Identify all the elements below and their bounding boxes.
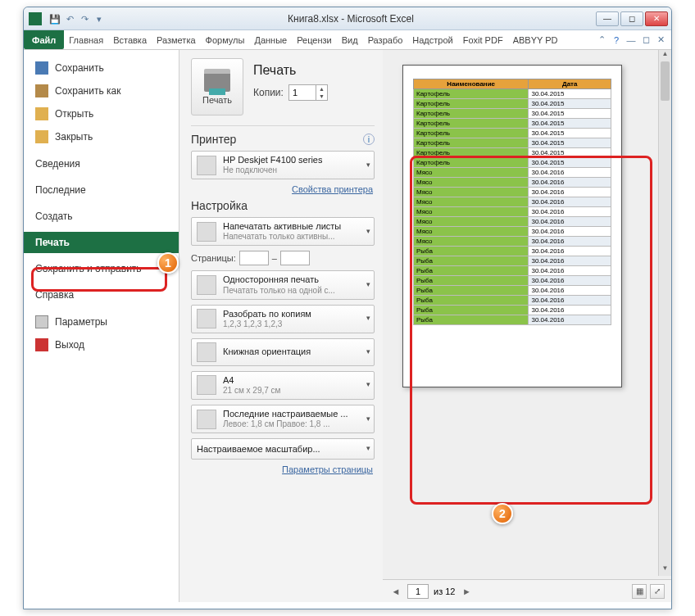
menu-open-label: Открыть [55,108,93,120]
app-window: 💾 ↶ ↷ ▾ Книга8.xlsx - Microsoft Excel — … [23,7,672,609]
page-setup-link[interactable]: Параметры страницы [191,464,373,474]
help-icon[interactable]: ? [611,35,622,45]
menu-close-label: Закрыть [55,131,93,143]
print-button[interactable]: Печать [191,58,243,116]
printer-dropdown[interactable]: HP Deskjet F4100 series Не подключен [191,151,375,179]
ribbon-tab-data[interactable]: Данные [249,30,292,49]
menu-save[interactable]: Сохранить [24,57,179,79]
qat-redo-icon[interactable]: ↷ [78,12,91,25]
menu-share[interactable]: Сохранить и отправить [24,258,179,279]
print-what-dropdown[interactable]: Напечатать активные листы Напечатать тол… [191,217,375,246]
close-button[interactable]: ✕ [645,11,668,26]
printer-icon [204,69,230,92]
ribbon-help-icons: ⌃ ? — ◻ ✕ [596,30,671,49]
print-what-sub: Напечатать только активны... [223,232,341,242]
backstage-menu: Сохранить Сохранить как Открыть Закрыть … [24,50,179,602]
minimize-button[interactable]: — [596,11,619,26]
cell-date: 30.04.2016 [529,227,611,237]
menu-help[interactable]: Справка [24,284,179,306]
scroll-down-icon[interactable]: ▼ [659,564,671,576]
menu-save-as[interactable]: Сохранить как [24,79,179,102]
titlebar: 💾 ↶ ↷ ▾ Книга8.xlsx - Microsoft Excel — … [24,7,671,30]
pages-from-input[interactable] [239,251,269,265]
menu-open[interactable]: Открыть [24,102,179,125]
next-page-button[interactable]: ► [460,587,473,596]
scaling-dropdown[interactable]: Настраиваемое масштабир... [191,438,375,460]
ribbon-tab-view[interactable]: Вид [337,30,363,49]
cell-date: 30.04.2016 [529,296,611,306]
menu-options[interactable]: Параметры [24,310,179,333]
col-date: Дата [529,79,611,89]
copies-spinner[interactable]: ▲▼ [288,84,328,101]
ribbon-minimize-icon[interactable]: ⌃ [596,34,607,45]
qat-save-icon[interactable]: 💾 [48,12,61,25]
ribbon-tab-review[interactable]: Рецензи [292,30,337,49]
margins-dropdown[interactable]: Последние настраиваемые ... Левое: 1,8 с… [191,405,375,433]
ribbon-tabs: Файл Главная Вставка Разметка Формулы Да… [24,30,671,50]
table-row: Рыба30.04.2016 [414,266,611,276]
options-icon [35,315,48,328]
ribbon-tab-layout[interactable]: Разметка [152,30,201,49]
scroll-up-icon[interactable]: ▲ [659,50,671,61]
spin-up-icon[interactable]: ▲ [316,85,327,93]
table-row: Картофель30.04.2015 [414,109,611,119]
ribbon-tab-formulas[interactable]: Формулы [201,30,250,49]
ribbon-window-min-icon[interactable]: — [625,35,637,45]
cell-name: Рыба [414,256,529,266]
qat-more-icon[interactable]: ▾ [93,12,106,25]
cell-name: Картофель [414,119,529,129]
collate-dropdown[interactable]: Разобрать по копиям 1,2,3 1,2,3 1,2,3 [191,305,375,333]
cell-date: 30.04.2015 [529,89,611,99]
margins-sub: Левое: 1,8 см Правое: 1,8 ... [223,419,348,429]
ribbon-tab-home[interactable]: Главная [64,30,108,49]
paper-dropdown[interactable]: A4 21 см x 29,7 см [191,371,375,400]
cell-date: 30.04.2016 [529,266,611,276]
info-icon[interactable]: i [363,134,375,145]
zoom-page-button[interactable]: ⤢ [650,584,665,599]
ribbon-window-close-icon[interactable]: ✕ [655,34,666,45]
sides-dropdown[interactable]: Односторонняя печать Печатать только на … [191,270,375,299]
scroll-thumb[interactable] [661,61,670,101]
printer-properties-link[interactable]: Свойства принтера [191,184,373,194]
ribbon-tab-insert[interactable]: Вставка [108,30,152,49]
orientation-label: Книжная ориентация [223,346,311,357]
ribbon-tab-file[interactable]: Файл [24,30,64,49]
callout-badge-1: 1 [157,252,179,274]
cell-date: 30.04.2016 [529,315,611,325]
copies-input[interactable] [289,85,316,100]
orientation-dropdown[interactable]: Книжная ориентация [191,338,375,366]
ribbon-window-restore-icon[interactable]: ◻ [640,34,652,45]
cell-date: 30.04.2015 [529,99,611,109]
ribbon-tab-developer[interactable]: Разрабо [363,30,408,49]
menu-print[interactable]: Печать [24,232,179,253]
ribbon-tab-foxit[interactable]: Foxit PDF [458,30,508,49]
show-margins-button[interactable]: ▦ [632,584,647,599]
menu-info[interactable]: Сведения [24,153,179,174]
menu-recent[interactable]: Последние [24,179,179,201]
cell-date: 30.04.2016 [529,217,611,227]
menu-close[interactable]: Закрыть [24,125,179,148]
table-row: Картофель30.04.2015 [414,129,611,138]
spin-down-icon[interactable]: ▼ [316,93,327,100]
menu-exit[interactable]: Выход [24,333,179,356]
table-row: Картофель30.04.2015 [414,119,611,129]
preview-scrollbar[interactable]: ▲ ▼ [658,50,671,576]
prev-page-button[interactable]: ◄ [389,587,402,596]
cell-date: 30.04.2015 [529,109,611,119]
table-row: Картофель30.04.2015 [414,158,611,168]
qat-undo-icon[interactable]: ↶ [63,12,76,25]
cell-name: Рыба [414,306,529,315]
cell-date: 30.04.2016 [529,276,611,286]
maximize-button[interactable]: ◻ [620,11,643,26]
ribbon-tab-abbyy[interactable]: ABBYY PD [508,30,563,49]
pages-to-input[interactable] [280,251,310,265]
menu-exit-label: Выход [55,339,84,351]
menu-save-as-label: Сохранить как [55,85,120,97]
print-button-label: Печать [202,95,232,105]
save-icon [35,61,48,75]
menu-new[interactable]: Создать [24,206,179,227]
scaling-label: Настраиваемое масштабир... [197,444,320,455]
page-number-input[interactable] [407,584,429,599]
ribbon-tab-addins[interactable]: Надстрой [407,30,457,49]
table-row: Рыба30.04.2016 [414,256,611,266]
